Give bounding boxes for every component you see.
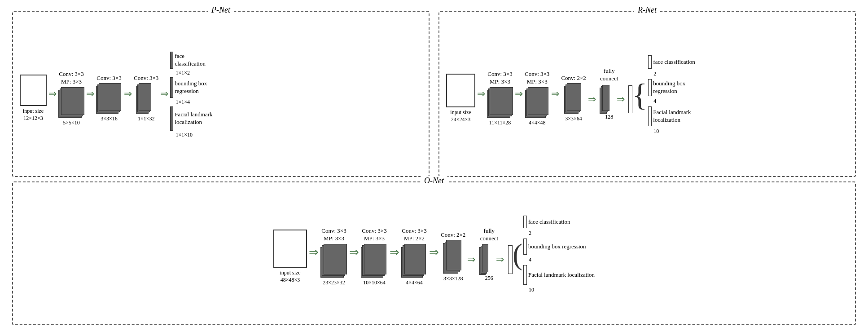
rnet-input-rect bbox=[446, 74, 475, 107]
rnet-conv1: Conv: 3×3MP: 3×3 11×11×28 bbox=[487, 71, 513, 126]
rnet-conv1-rects bbox=[487, 87, 513, 118]
onet-out1-label: face classification bbox=[528, 218, 570, 225]
pnet-out2-dim: 1×1×4 bbox=[175, 99, 190, 106]
diagram-container: P-Net input size12×12×3 ⇒ Conv: 3×3MP: 3… bbox=[8, 6, 860, 330]
onet-conv2-label: Conv: 3×3MP: 3×3 bbox=[362, 227, 386, 243]
rnet-fc-arrow-box: ⇒ ⇒ bbox=[586, 85, 632, 114]
pnet-conv2-rects bbox=[96, 83, 122, 114]
pnet-conv3-front bbox=[139, 83, 151, 111]
onet-conv3-label: Conv: 3×3MP: 2×2 bbox=[402, 227, 426, 243]
rnet-fc-area: fullyconnect ⇒ ⇒ 128 bbox=[586, 67, 632, 129]
pnet-outputs: faceclassification 1×1×2 bounding boxreg… bbox=[170, 52, 212, 145]
onet-out1: face classification bbox=[523, 216, 595, 228]
rnet-conv2-dim: 4×4×48 bbox=[529, 119, 546, 126]
rnet-conv1-label: Conv: 3×3MP: 3×3 bbox=[487, 71, 512, 86]
pnet-out2-row: bounding boxregression bbox=[170, 77, 207, 98]
onet-title: O-Net bbox=[421, 176, 447, 186]
onet-arrow1: ⇒ bbox=[309, 245, 319, 268]
onet-conv3-dim: 4×4×64 bbox=[406, 279, 423, 286]
pnet-conv3: Conv: 3×3 1×1×32 bbox=[134, 75, 158, 123]
pnet-arrow3: ⇒ bbox=[124, 88, 132, 109]
pnet-flow: input size12×12×3 ⇒ Conv: 3×3MP: 3×3 5×5… bbox=[20, 25, 212, 172]
onet-out1-rect bbox=[523, 216, 527, 228]
rnet-outputs: face classification 2 bounding boxregres… bbox=[648, 55, 695, 135]
onet-conv4-rects bbox=[443, 240, 463, 274]
rnet-out1-dim: 2 bbox=[653, 71, 695, 77]
pnet-conv1-dim: 5×5×10 bbox=[63, 119, 80, 126]
onet-conv1-label: Conv: 3×3MP: 3×3 bbox=[321, 227, 346, 243]
onet-conv1-dim: 23×23×32 bbox=[323, 279, 345, 286]
onet-conv3-rects bbox=[401, 244, 427, 278]
rnet-input-label: input size24×24×3 bbox=[450, 109, 471, 123]
rnet-out3-label: Facial landmarklocalization bbox=[653, 109, 691, 124]
pnet-conv1-front bbox=[61, 87, 84, 115]
onet-bracket: ( bbox=[513, 240, 522, 269]
pnet-input-label: input size12×12×3 bbox=[23, 108, 44, 122]
pnet-arrow4: ⇒ bbox=[160, 88, 168, 109]
rnet-out2-dim: 4 bbox=[653, 98, 695, 105]
pnet-out3-rect bbox=[170, 106, 173, 131]
pnet-arrow2: ⇒ bbox=[86, 88, 94, 109]
pnet-out3-dim: 1×1×10 bbox=[175, 132, 193, 138]
onet-conv3: Conv: 3×3MP: 2×2 4×4×64 bbox=[401, 227, 427, 286]
onet-arrow6: ⇒ bbox=[496, 254, 504, 265]
rnet-conv2-label: Conv: 3×3MP: 3×3 bbox=[525, 71, 549, 86]
rnet-arrow5: ⇒ bbox=[617, 93, 625, 105]
rnet-fc-label: fullyconnect bbox=[600, 67, 618, 83]
pnet-arrow1: ⇒ bbox=[48, 88, 57, 109]
rnet-arrow4: ⇒ bbox=[588, 93, 596, 105]
pnet-title: P-Net bbox=[208, 5, 234, 15]
onet-arrow3: ⇒ bbox=[390, 245, 399, 268]
onet-fc-dim: 256 bbox=[485, 275, 493, 282]
rnet-out1-rect bbox=[648, 55, 652, 69]
rnet-flow: input size24×24×3 ⇒ Conv: 3×3MP: 3×3 11×… bbox=[446, 25, 695, 172]
rnet-arrow3: ⇒ bbox=[551, 88, 559, 109]
pnet-out2-rect bbox=[170, 77, 173, 98]
onet-fc-label: fullyconnect bbox=[480, 227, 498, 243]
onet-conv2-rects bbox=[361, 244, 388, 278]
rnet-fc-stacked bbox=[600, 85, 613, 114]
onet-out2-dim: 4 bbox=[529, 256, 595, 263]
rnet-out3: Facial landmarklocalization bbox=[648, 106, 695, 126]
rnet-out3-rect bbox=[648, 106, 652, 126]
onet-out2-label: bounding box regression bbox=[528, 243, 586, 250]
rnet-input: input size24×24×3 bbox=[446, 74, 475, 123]
rnet-out1-label: face classification bbox=[653, 58, 695, 66]
onet-out3: Facial landmark localization bbox=[523, 265, 595, 285]
onet-outputs: face classification 2 bounding box regre… bbox=[523, 216, 595, 293]
onet-arrow4: ⇒ bbox=[429, 245, 439, 268]
rnet-box: R-Net input size24×24×3 ⇒ Conv: 3×3MP: 3… bbox=[438, 11, 856, 177]
pnet-out2-label: bounding boxregression bbox=[175, 80, 207, 95]
pnet-conv2-front bbox=[99, 83, 121, 111]
rnet-conv2-rects bbox=[525, 87, 549, 118]
rnet-conv3-dim: 3×3×64 bbox=[565, 115, 582, 122]
onet-out3-rect bbox=[523, 265, 527, 285]
pnet-out1-dim: 1×1×2 bbox=[175, 70, 190, 76]
onet-input-rect bbox=[273, 230, 307, 268]
pnet-conv2-label: Conv: 3×3 bbox=[96, 75, 121, 82]
rnet-conv3: Conv: 2×2 3×3×64 bbox=[561, 75, 586, 123]
rnet-bracket: { bbox=[632, 80, 648, 111]
pnet-conv2: Conv: 3×3 3×3×16 bbox=[96, 75, 122, 123]
pnet-box: P-Net input size12×12×3 ⇒ Conv: 3×3MP: 3… bbox=[12, 11, 430, 177]
rnet-out2: bounding boxregression bbox=[648, 79, 695, 96]
pnet-conv3-rects bbox=[136, 83, 156, 114]
pnet-conv1: Conv: 3×3MP: 3×3 5×5×10 bbox=[58, 71, 84, 126]
onet-input-label: input size48×48×3 bbox=[280, 270, 300, 283]
pnet-out3-label: Facial landmarklocalization bbox=[175, 111, 212, 126]
onet-outputs-area: ( face classification 2 bounding box reg… bbox=[513, 216, 595, 298]
onet-input: input size48×48×3 bbox=[273, 230, 307, 283]
pnet-conv2-dim: 3×3×16 bbox=[101, 115, 118, 122]
rnet-conv1-dim: 11×11×28 bbox=[489, 119, 511, 126]
onet-conv1-rects bbox=[320, 244, 347, 278]
onet-arrow5: ⇒ bbox=[467, 254, 475, 265]
rnet-fc-dim: 128 bbox=[605, 114, 613, 120]
onet-out2: bounding box regression bbox=[523, 239, 595, 255]
pnet-out1-rect bbox=[170, 52, 173, 69]
rnet-outputs-area: { face classification 2 bounding boxregr… bbox=[632, 55, 695, 141]
onet-conv2: Conv: 3×3MP: 3×3 10×10×64 bbox=[361, 227, 388, 286]
onet-conv4: Conv: 2×2 3×3×128 bbox=[441, 231, 465, 283]
pnet-out1-row: faceclassification bbox=[170, 52, 206, 69]
rnet-title: R-Net bbox=[634, 5, 660, 15]
pnet-out3-row: Facial landmarklocalization bbox=[170, 106, 212, 131]
